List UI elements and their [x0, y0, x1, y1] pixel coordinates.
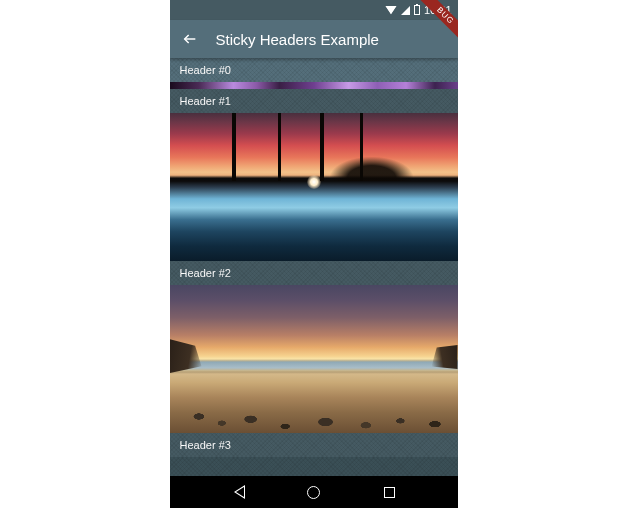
phone-frame: BUG 16:21 Sticky Headers Example Header … — [170, 0, 458, 508]
image2-cliff-right — [432, 345, 458, 369]
image1-sun-highlight — [307, 175, 321, 189]
list-image-2[interactable] — [170, 285, 458, 433]
sticky-header-0[interactable]: Header #0 — [170, 58, 458, 82]
list-content[interactable]: Header #0 Header #1 Header #2 Header #3 — [170, 58, 458, 476]
back-arrow-icon[interactable] — [182, 31, 198, 47]
list-image-1[interactable] — [170, 113, 458, 261]
image2-cliff-left — [170, 339, 202, 373]
list-image-0[interactable] — [170, 82, 458, 89]
nav-recent-icon[interactable] — [382, 485, 396, 499]
sticky-header-3[interactable]: Header #3 — [170, 433, 458, 457]
app-bar: Sticky Headers Example — [170, 20, 458, 58]
wifi-icon — [385, 6, 397, 15]
sticky-header-1[interactable]: Header #1 — [170, 89, 458, 113]
sticky-header-2[interactable]: Header #2 — [170, 261, 458, 285]
nav-home-icon[interactable] — [307, 485, 321, 499]
android-nav-bar — [170, 476, 458, 508]
nav-back-icon[interactable] — [231, 485, 245, 499]
battery-icon — [414, 5, 420, 15]
app-title: Sticky Headers Example — [216, 31, 379, 48]
signal-icon — [401, 6, 410, 15]
status-bar: 16:21 — [170, 0, 458, 20]
